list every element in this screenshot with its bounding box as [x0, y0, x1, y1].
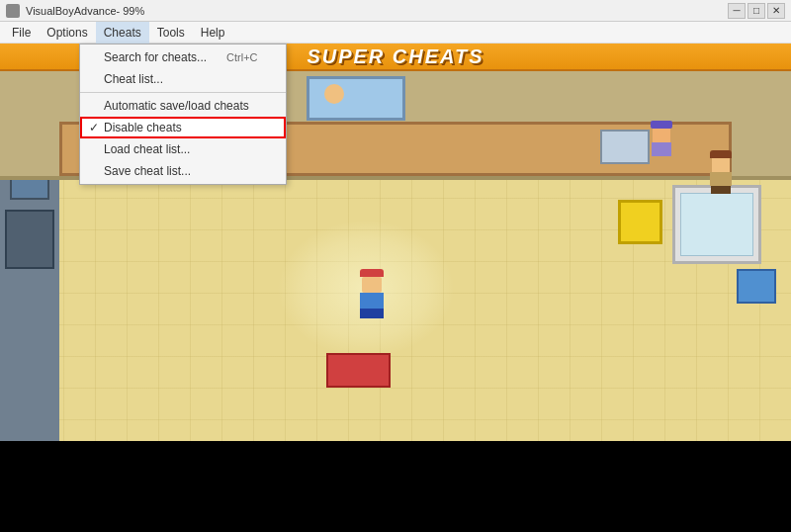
search-cheats-label: Search for cheats... — [104, 50, 207, 64]
blue-box — [737, 269, 776, 304]
menu-item-options[interactable]: Options — [39, 22, 95, 44]
npc-body — [710, 172, 732, 186]
npc-legs — [711, 186, 731, 194]
npc-character-right — [710, 150, 732, 194]
auto-save-label: Automatic save/load cheats — [104, 99, 249, 113]
title-bar: VisualBoyAdvance- 99% ─ □ ✕ — [0, 0, 791, 22]
npc2-hat — [651, 121, 672, 129]
red-floor-marker — [326, 353, 391, 388]
dropdown-item-disable-cheats[interactable]: ✓ Disable cheats — [80, 117, 286, 138]
player-sprite — [356, 269, 388, 316]
title-bar-left: VisualBoyAdvance- 99% — [6, 4, 144, 18]
store-window — [307, 76, 405, 121]
close-button[interactable]: ✕ — [767, 3, 785, 19]
player-character — [356, 269, 388, 316]
player-body — [360, 293, 384, 309]
player-hat — [360, 269, 384, 277]
dropdown-item-save-cheat[interactable]: Save cheat list... — [80, 160, 286, 182]
npc-store-left — [651, 121, 672, 156]
dropdown-separator-1 — [80, 92, 286, 93]
player-legs — [360, 309, 384, 318]
player-head — [362, 277, 382, 293]
menu-item-cheats[interactable]: Cheats — [96, 22, 149, 44]
bottom-bar — [0, 441, 791, 508]
load-cheat-label: Load cheat list... — [104, 142, 190, 156]
menu-item-file[interactable]: File — [4, 22, 39, 44]
npc-in-window — [324, 84, 344, 104]
npc2-head — [653, 129, 670, 142]
menu-item-tools[interactable]: Tools — [149, 22, 193, 44]
menu-bar: File Options Cheats Tools Help Search fo… — [0, 22, 791, 44]
item-box-yellow — [618, 200, 662, 244]
game-header-title: SUPER CHEATS — [307, 45, 483, 68]
appliance-screen — [680, 193, 753, 256]
dropdown-item-auto-save[interactable]: Automatic save/load cheats — [80, 95, 286, 117]
maximize-button[interactable]: □ — [747, 3, 765, 19]
building-detail2 — [5, 210, 54, 269]
counter-item-blue — [600, 130, 650, 164]
npc2-body — [652, 142, 671, 156]
minimize-button[interactable]: ─ — [728, 3, 746, 19]
dropdown-item-load-cheat[interactable]: Load cheat list... — [80, 138, 286, 160]
menu-item-help[interactable]: Help — [193, 22, 233, 44]
disable-cheats-label: Disable cheats — [104, 121, 182, 134]
dropdown-item-cheat-list[interactable]: Cheat list... — [80, 68, 286, 90]
title-text: VisualBoyAdvance- 99% — [26, 5, 144, 17]
title-bar-controls: ─ □ ✕ — [728, 3, 785, 19]
dropdown-item-search-cheats[interactable]: Search for cheats... Ctrl+C — [80, 46, 286, 68]
white-appliance — [672, 185, 761, 264]
cheats-dropdown: Search for cheats... Ctrl+C Cheat list..… — [79, 44, 287, 185]
cheat-list-label: Cheat list... — [104, 72, 163, 86]
save-cheat-label: Save cheat list... — [104, 164, 191, 178]
npc-hat — [710, 150, 732, 158]
npc-head — [712, 158, 730, 172]
app-icon — [6, 4, 20, 18]
search-cheats-shortcut: Ctrl+C — [226, 51, 257, 63]
check-icon: ✓ — [89, 121, 99, 134]
